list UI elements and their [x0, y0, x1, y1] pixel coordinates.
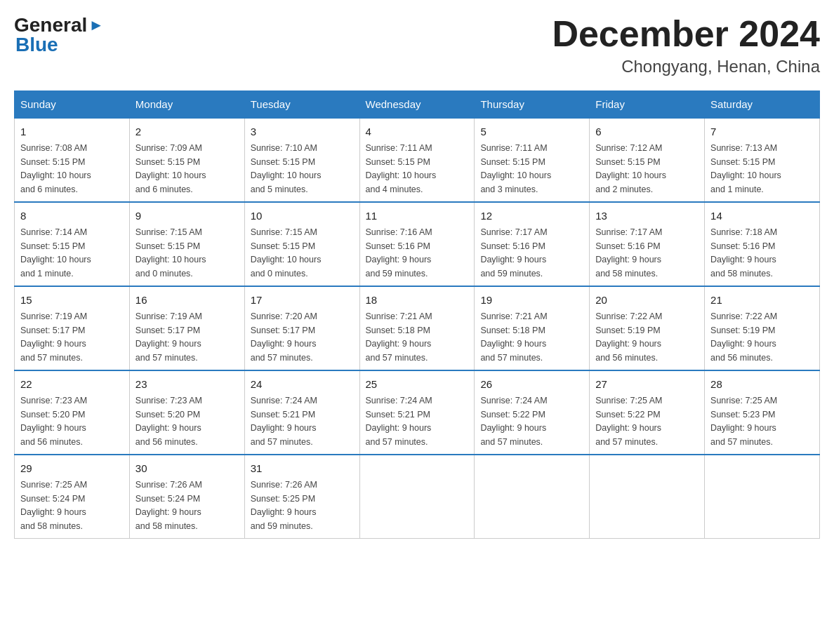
day-cell: 20Sunrise: 7:22 AMSunset: 5:19 PMDayligh…	[590, 286, 705, 370]
day-info: Sunrise: 7:15 AMSunset: 5:15 PMDaylight:…	[135, 227, 206, 279]
day-info: Sunrise: 7:15 AMSunset: 5:15 PMDaylight:…	[251, 227, 322, 279]
calendar-table: SundayMondayTuesdayWednesdayThursdayFrid…	[14, 90, 820, 539]
day-info: Sunrise: 7:25 AMSunset: 5:22 PMDaylight:…	[595, 396, 662, 447]
day-info: Sunrise: 7:09 AMSunset: 5:15 PMDaylight:…	[135, 143, 206, 194]
calendar-header: SundayMondayTuesdayWednesdayThursdayFrid…	[15, 91, 820, 119]
day-cell: 22Sunrise: 7:23 AMSunset: 5:20 PMDayligh…	[15, 370, 130, 455]
day-info: Sunrise: 7:16 AMSunset: 5:16 PMDaylight:…	[366, 227, 432, 279]
day-info: Sunrise: 7:23 AMSunset: 5:20 PMDaylight:…	[20, 396, 87, 447]
day-info: Sunrise: 7:24 AMSunset: 5:21 PMDaylight:…	[366, 396, 432, 447]
day-number: 3	[251, 124, 354, 140]
day-number: 1	[20, 124, 124, 140]
day-info: Sunrise: 7:22 AMSunset: 5:19 PMDaylight:…	[595, 311, 662, 363]
day-cell: 26Sunrise: 7:24 AMSunset: 5:22 PMDayligh…	[475, 370, 590, 455]
header-cell-tuesday: Tuesday	[244, 91, 359, 119]
day-cell: 17Sunrise: 7:20 AMSunset: 5:17 PMDayligh…	[244, 286, 359, 370]
day-number: 17	[251, 293, 354, 308]
day-number: 9	[135, 208, 239, 224]
day-info: Sunrise: 7:21 AMSunset: 5:18 PMDaylight:…	[480, 311, 547, 363]
day-info: Sunrise: 7:26 AMSunset: 5:24 PMDaylight:…	[135, 480, 202, 531]
day-info: Sunrise: 7:21 AMSunset: 5:18 PMDaylight:…	[366, 311, 432, 363]
day-number: 11	[366, 208, 469, 224]
day-cell	[705, 455, 820, 539]
day-number: 18	[366, 293, 469, 308]
title-block: December 2024 Chongyang, Henan, China	[552, 14, 820, 76]
day-number: 6	[595, 124, 699, 140]
page-header: General ► Blue December 2024 Chongyang, …	[14, 14, 820, 76]
day-info: Sunrise: 7:08 AMSunset: 5:15 PMDaylight:…	[20, 143, 91, 194]
header-cell-saturday: Saturday	[705, 91, 820, 119]
week-row-1: 1Sunrise: 7:08 AMSunset: 5:15 PMDaylight…	[15, 118, 820, 202]
header-cell-sunday: Sunday	[15, 91, 130, 119]
day-number: 20	[595, 293, 699, 308]
day-number: 29	[20, 461, 124, 476]
day-number: 23	[135, 377, 239, 392]
day-number: 2	[135, 124, 239, 140]
day-cell: 9Sunrise: 7:15 AMSunset: 5:15 PMDaylight…	[129, 202, 244, 286]
day-number: 28	[710, 377, 814, 392]
day-info: Sunrise: 7:17 AMSunset: 5:16 PMDaylight:…	[480, 227, 547, 279]
week-row-2: 8Sunrise: 7:14 AMSunset: 5:15 PMDaylight…	[15, 202, 820, 286]
day-info: Sunrise: 7:24 AMSunset: 5:22 PMDaylight:…	[480, 396, 547, 447]
day-cell: 10Sunrise: 7:15 AMSunset: 5:15 PMDayligh…	[244, 202, 359, 286]
day-info: Sunrise: 7:14 AMSunset: 5:15 PMDaylight:…	[20, 227, 91, 279]
day-cell: 27Sunrise: 7:25 AMSunset: 5:22 PMDayligh…	[590, 370, 705, 455]
day-number: 27	[595, 377, 699, 392]
day-cell: 3Sunrise: 7:10 AMSunset: 5:15 PMDaylight…	[244, 118, 359, 202]
day-cell: 30Sunrise: 7:26 AMSunset: 5:24 PMDayligh…	[129, 455, 244, 539]
day-cell: 8Sunrise: 7:14 AMSunset: 5:15 PMDaylight…	[15, 202, 130, 286]
day-cell	[359, 455, 475, 539]
day-info: Sunrise: 7:23 AMSunset: 5:20 PMDaylight:…	[135, 396, 202, 447]
week-row-4: 22Sunrise: 7:23 AMSunset: 5:20 PMDayligh…	[15, 370, 820, 455]
logo: General ► Blue	[14, 14, 104, 56]
day-cell: 7Sunrise: 7:13 AMSunset: 5:15 PMDaylight…	[705, 118, 820, 202]
week-row-5: 29Sunrise: 7:25 AMSunset: 5:24 PMDayligh…	[15, 455, 820, 539]
day-info: Sunrise: 7:20 AMSunset: 5:17 PMDaylight:…	[251, 311, 317, 363]
day-number: 21	[710, 293, 814, 308]
day-info: Sunrise: 7:10 AMSunset: 5:15 PMDaylight:…	[251, 143, 322, 194]
header-cell-wednesday: Wednesday	[359, 91, 475, 119]
day-info: Sunrise: 7:22 AMSunset: 5:19 PMDaylight:…	[710, 311, 777, 363]
day-number: 14	[710, 208, 814, 224]
day-cell: 31Sunrise: 7:26 AMSunset: 5:25 PMDayligh…	[244, 455, 359, 539]
day-number: 22	[20, 377, 124, 392]
main-title: December 2024	[552, 14, 820, 54]
day-cell: 12Sunrise: 7:17 AMSunset: 5:16 PMDayligh…	[475, 202, 590, 286]
day-cell: 21Sunrise: 7:22 AMSunset: 5:19 PMDayligh…	[705, 286, 820, 370]
logo-arrow-icon: ►	[88, 16, 104, 34]
day-number: 4	[366, 124, 469, 140]
calendar-body: 1Sunrise: 7:08 AMSunset: 5:15 PMDaylight…	[15, 118, 820, 539]
day-number: 10	[251, 208, 354, 224]
day-number: 24	[251, 377, 354, 392]
day-cell	[475, 455, 590, 539]
day-info: Sunrise: 7:19 AMSunset: 5:17 PMDaylight:…	[135, 311, 202, 363]
day-cell: 15Sunrise: 7:19 AMSunset: 5:17 PMDayligh…	[15, 286, 130, 370]
day-info: Sunrise: 7:18 AMSunset: 5:16 PMDaylight:…	[710, 227, 777, 279]
day-number: 25	[366, 377, 469, 392]
day-cell: 25Sunrise: 7:24 AMSunset: 5:21 PMDayligh…	[359, 370, 475, 455]
subtitle: Chongyang, Henan, China	[552, 57, 820, 76]
day-info: Sunrise: 7:26 AMSunset: 5:25 PMDaylight:…	[251, 480, 317, 531]
day-number: 15	[20, 293, 124, 308]
day-cell: 6Sunrise: 7:12 AMSunset: 5:15 PMDaylight…	[590, 118, 705, 202]
header-cell-monday: Monday	[129, 91, 244, 119]
day-cell: 16Sunrise: 7:19 AMSunset: 5:17 PMDayligh…	[129, 286, 244, 370]
day-cell: 28Sunrise: 7:25 AMSunset: 5:23 PMDayligh…	[705, 370, 820, 455]
week-row-3: 15Sunrise: 7:19 AMSunset: 5:17 PMDayligh…	[15, 286, 820, 370]
day-cell: 5Sunrise: 7:11 AMSunset: 5:15 PMDaylight…	[475, 118, 590, 202]
logo-blue-text: Blue	[15, 34, 58, 56]
day-cell: 13Sunrise: 7:17 AMSunset: 5:16 PMDayligh…	[590, 202, 705, 286]
day-cell	[590, 455, 705, 539]
day-cell: 1Sunrise: 7:08 AMSunset: 5:15 PMDaylight…	[15, 118, 130, 202]
day-number: 31	[251, 461, 354, 476]
day-cell: 14Sunrise: 7:18 AMSunset: 5:16 PMDayligh…	[705, 202, 820, 286]
day-number: 19	[480, 293, 583, 308]
day-number: 26	[480, 377, 583, 392]
day-cell: 11Sunrise: 7:16 AMSunset: 5:16 PMDayligh…	[359, 202, 475, 286]
day-cell: 18Sunrise: 7:21 AMSunset: 5:18 PMDayligh…	[359, 286, 475, 370]
day-number: 12	[480, 208, 583, 224]
day-info: Sunrise: 7:13 AMSunset: 5:15 PMDaylight:…	[710, 143, 781, 194]
day-number: 16	[135, 293, 239, 308]
header-row: SundayMondayTuesdayWednesdayThursdayFrid…	[15, 91, 820, 119]
day-number: 30	[135, 461, 239, 476]
